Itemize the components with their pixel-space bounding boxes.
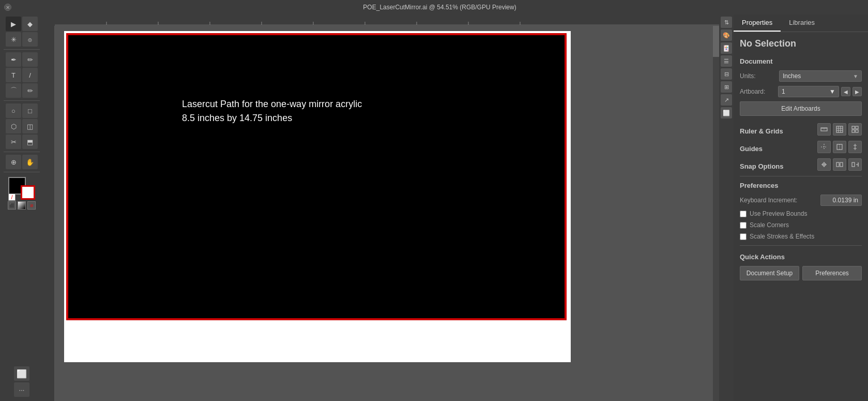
scrollbar-thumb[interactable]: [713, 26, 719, 57]
assets-icon[interactable]: 🃏: [721, 42, 732, 54]
artboard-value: 1: [782, 88, 785, 95]
polygon-tool[interactable]: ⬡: [6, 119, 21, 133]
eraser-tool[interactable]: ⬒: [22, 135, 38, 149]
more-tools-btn[interactable]: ···: [14, 382, 29, 397]
arc-tool[interactable]: ⌒: [6, 83, 21, 98]
svg-rect-36: [840, 162, 843, 167]
guide-icon-btn-3[interactable]: [848, 141, 862, 153]
grid-icon-btn[interactable]: [833, 123, 846, 136]
guides-icons: [801, 141, 862, 153]
svg-rect-35: [836, 162, 839, 167]
keyboard-increment-input[interactable]: [820, 195, 862, 206]
color-mode-row: ⬛ ⊘: [8, 201, 36, 210]
ellipse-tool[interactable]: ○: [6, 103, 21, 118]
align-icon[interactable]: ⊟: [721, 68, 732, 80]
units-row: Units: Inches ▼: [740, 70, 862, 82]
line-tool[interactable]: /: [22, 68, 38, 82]
document-section-title: Document: [740, 57, 862, 65]
document-setup-button[interactable]: Document Setup: [740, 266, 799, 280]
guides-title: Guides: [740, 145, 801, 153]
close-button[interactable]: ✕: [4, 4, 11, 11]
snap-options-row: Snap Options: [740, 158, 862, 171]
gradient-tool[interactable]: ◫: [22, 119, 38, 133]
stroke-swatch[interactable]: [21, 185, 35, 200]
rect-tool[interactable]: □: [22, 103, 38, 118]
vertical-ruler: [43, 26, 55, 401]
color-area: / ⬛ ⊘: [8, 177, 36, 210]
scale-strokes-checkbox[interactable]: [740, 233, 747, 240]
scale-strokes-effects-row: Scale Strokes & Effects: [740, 233, 862, 240]
tool-row-4: T /: [6, 68, 38, 82]
ruler-icon-btn[interactable]: [817, 123, 831, 136]
magic-wand-tool[interactable]: ✳: [6, 32, 21, 47]
none-mode-btn[interactable]: ⊘: [27, 201, 36, 210]
hand-tool[interactable]: ✋: [22, 155, 38, 169]
tool-row-3: ✒ ✏: [6, 52, 38, 67]
svg-rect-23: [852, 130, 855, 132]
canvas-area[interactable]: Lasercut Path for the one-way mirror acr…: [43, 14, 719, 401]
preferences-button[interactable]: Preferences: [802, 266, 862, 280]
guide-icon-btn-1[interactable]: [817, 141, 831, 153]
use-preview-bounds-label[interactable]: Use Preview Bounds: [750, 210, 807, 217]
artboard-field[interactable]: 1 ▼: [778, 86, 839, 97]
canvas-scrollbar-vertical[interactable]: [713, 26, 719, 401]
horizontal-ruler: [55, 14, 719, 26]
export-icon[interactable]: ↗: [721, 94, 732, 106]
ruler-corner: [43, 14, 55, 26]
snap-icon-btn-1[interactable]: [817, 158, 831, 171]
bottom-tools: ⬜ ···: [14, 366, 29, 399]
pencil-tool[interactable]: ✏: [22, 83, 38, 98]
tool-separator-4: [4, 172, 40, 172]
artboard-canvas[interactable]: Lasercut Path for the one-way mirror acr…: [66, 33, 567, 320]
type-tool[interactable]: T: [6, 68, 21, 82]
scale-corners-label[interactable]: Scale Corners: [750, 221, 789, 229]
snap-icon-btn-2[interactable]: [833, 158, 846, 171]
tab-libraries[interactable]: Libraries: [781, 14, 823, 32]
none-fill-icon[interactable]: /: [8, 194, 16, 201]
zoom-tool[interactable]: ⊕: [6, 155, 21, 169]
units-select[interactable]: Inches ▼: [779, 70, 862, 82]
color-theme-icon[interactable]: 🎨: [721, 29, 732, 41]
panel-tabs: Properties Libraries: [734, 14, 868, 32]
tool-separator-3: [4, 152, 40, 152]
scale-corners-checkbox[interactable]: [740, 222, 747, 229]
ruler-grids-icons: [801, 123, 862, 136]
units-chevron: ▼: [853, 73, 858, 79]
units-label: Units:: [740, 72, 776, 80]
keyboard-increment-label: Keyboard Increment:: [740, 197, 817, 204]
snap-icon-btn-3[interactable]: [848, 158, 862, 171]
ruler-grids-title: Ruler & Grids: [740, 127, 801, 135]
scale-corners-row: Scale Corners: [740, 221, 862, 229]
artboard-white-background: Lasercut Path for the one-way mirror acr…: [64, 31, 571, 362]
swap-icon[interactable]: ⇅: [721, 17, 732, 28]
divider-2: [740, 245, 862, 246]
edit-artboards-button[interactable]: Edit Artboards: [740, 101, 862, 116]
quick-actions-section: Quick Actions Document Setup Preferences: [740, 253, 862, 280]
guide-icon-btn-2[interactable]: [833, 141, 846, 153]
artboard-next-btn[interactable]: ▶: [852, 87, 862, 96]
use-preview-bounds-checkbox[interactable]: [740, 211, 747, 217]
pixel-grid-btn[interactable]: [848, 123, 862, 136]
transform-icon[interactable]: ⊞: [721, 81, 732, 93]
selection-tool[interactable]: ▶: [6, 17, 21, 31]
snap-icons: [801, 158, 862, 171]
quick-actions-buttons-row: Document Setup Preferences: [740, 266, 862, 280]
gradient-mode-btn[interactable]: [18, 201, 26, 210]
artboard-chevron: ▼: [829, 88, 835, 95]
layers-icon[interactable]: ☰: [721, 55, 732, 67]
tab-properties[interactable]: Properties: [734, 14, 781, 32]
ruler-grids-row: Ruler & Grids: [740, 123, 862, 136]
artboard-prev-btn[interactable]: ◀: [841, 87, 850, 96]
pen-tool[interactable]: ✒: [6, 52, 21, 67]
units-value: Inches: [783, 72, 801, 80]
tool-row-6: ○ □: [6, 103, 38, 118]
freeform-tool[interactable]: ✏: [22, 52, 38, 67]
main-layout: ▶ ◆ ✳ ⌾ ✒ ✏ T / ⌒ ✏ ○ □ ⬡ ◫ ✂: [0, 14, 868, 401]
direct-selection-tool[interactable]: ◆: [22, 17, 38, 31]
scale-strokes-label[interactable]: Scale Strokes & Effects: [750, 233, 814, 240]
scissors-tool[interactable]: ✂: [6, 135, 21, 149]
color-mode-btn[interactable]: ⬛: [8, 201, 16, 210]
lasso-tool[interactable]: ⌾: [22, 32, 38, 47]
artboards-tool[interactable]: ⬜: [14, 366, 29, 381]
artboard-icon[interactable]: ⬜: [721, 107, 732, 118]
